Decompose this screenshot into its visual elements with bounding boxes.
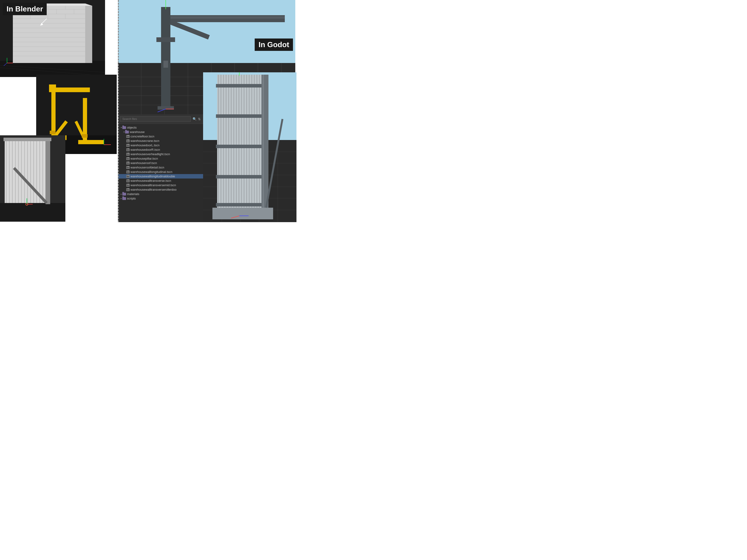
filter-icon[interactable]: ⇅	[198, 117, 201, 121]
blender-corrugated-section	[0, 135, 66, 222]
scene-file-icon	[126, 170, 130, 174]
file-warehousewalltransverserollerdoo[interactable]: warehousewalltransverserollerdoo	[118, 187, 203, 192]
svg-rect-50	[6, 140, 7, 203]
svg-rect-89	[163, 61, 168, 68]
scene-file-icon	[126, 149, 130, 151]
scene-file-icon	[126, 175, 130, 178]
scene-file-icon	[126, 162, 130, 164]
file-warehousedoorL[interactable]: warehousedoorL.tscn	[118, 143, 203, 148]
svg-rect-64	[46, 138, 50, 204]
svg-rect-125	[216, 84, 266, 87]
file-concretefloor[interactable]: concretefloor.tscn	[118, 134, 203, 139]
file-warehousewalllongitudinaldouble[interactable]: warehousewalllongitudinaldouble	[118, 174, 203, 179]
svg-rect-44	[82, 134, 87, 138]
svg-rect-84	[161, 7, 171, 110]
svg-rect-128	[216, 175, 266, 179]
svg-rect-62	[42, 140, 43, 203]
chevron-down-icon-warehouse: ▾	[124, 131, 125, 133]
search-icons: 🔍 ⇅	[192, 117, 201, 121]
svg-rect-65	[3, 138, 51, 141]
scene-file-icon	[126, 153, 130, 156]
blender-corrugated-svg	[0, 135, 66, 222]
chevron-down-icon: ▾	[121, 126, 122, 129]
file-warehousedoorR[interactable]: warehousedoorR.tscn	[118, 148, 203, 152]
folder-icon-materials	[122, 193, 126, 195]
file-browser: 🔍 ⇅ ▾ objects ▾ warehouse	[118, 114, 203, 222]
file-tree: ▾ objects ▾ warehouse concretefloor.tscn	[118, 124, 203, 222]
godot-label: In Godot	[255, 38, 293, 51]
folder-materials[interactable]: ▸ materials	[118, 192, 203, 196]
scene-file-icon	[126, 157, 130, 160]
file-warehousecrane[interactable]: warehousecrane.tscn	[118, 139, 203, 143]
folder-scripts[interactable]: ▸ scripts	[118, 196, 203, 201]
folder-icon-scripts	[122, 197, 126, 200]
search-icon[interactable]: 🔍	[192, 117, 197, 121]
scene-file-icon	[126, 166, 130, 169]
svg-rect-48	[0, 203, 66, 222]
chevron-right-icon-materials: ▸	[121, 193, 122, 195]
svg-rect-127	[216, 145, 266, 148]
scene-file-icon	[126, 144, 130, 147]
svg-rect-51	[9, 140, 10, 203]
folder-warehouse[interactable]: ▾ warehouse	[118, 130, 203, 134]
godot-wall-svg	[203, 72, 297, 222]
folder-scripts-label: scripts	[127, 197, 136, 200]
svg-rect-39	[78, 140, 104, 144]
folder-icon	[122, 126, 126, 129]
folder-icon-warehouse	[125, 131, 129, 133]
chevron-right-icon-scripts: ▸	[121, 197, 122, 200]
godot-wall-section	[203, 72, 297, 222]
file-warehouseroofdetail[interactable]: warehouseroofdetail.tscn	[118, 165, 203, 170]
scene-file-icon	[126, 184, 130, 187]
svg-rect-57	[27, 140, 28, 203]
scene-file-icon	[126, 139, 130, 142]
svg-rect-131	[263, 75, 264, 219]
svg-marker-26	[85, 3, 92, 63]
file-browser-search-bar: 🔍 ⇅	[118, 114, 203, 124]
svg-rect-59	[33, 140, 34, 203]
search-input[interactable]	[120, 116, 191, 122]
folder-materials-label: materials	[127, 192, 139, 196]
file-warehousepillar[interactable]: warehousepillar.tscn	[118, 156, 203, 161]
folder-objects[interactable]: ▾ objects	[118, 125, 203, 130]
svg-rect-36	[83, 98, 87, 140]
scene-file-icon	[126, 135, 130, 138]
file-warehousewalltransversemid[interactable]: warehousewalltransversemid.tscn	[118, 183, 203, 187]
scene-file-icon	[126, 188, 130, 191]
svg-rect-86	[171, 16, 285, 19]
right-panel: In Godot 🔍 ⇅ ▾ objects ▾	[118, 0, 297, 222]
file-warehousewalltransverse[interactable]: warehousewalltransverse.tscn	[118, 179, 203, 183]
svg-rect-52	[12, 140, 13, 203]
folder-warehouse-label: warehouse	[130, 130, 145, 134]
svg-rect-88	[156, 37, 175, 42]
main-container: In Blender	[0, 0, 297, 222]
blender-label: In Blender	[3, 3, 47, 15]
folder-objects-label: objects	[127, 126, 136, 129]
file-warehouseoverheadlight[interactable]: warehouseoverheadlight.tscn	[118, 152, 203, 156]
svg-rect-42	[49, 84, 56, 89]
svg-rect-58	[30, 140, 31, 203]
svg-rect-126	[216, 114, 266, 118]
panel-divider	[118, 0, 119, 222]
svg-rect-70	[118, 0, 295, 63]
svg-rect-43	[50, 131, 56, 134]
svg-rect-56	[24, 140, 25, 203]
svg-rect-49	[5, 140, 47, 203]
svg-rect-55	[21, 140, 22, 203]
svg-rect-129	[216, 203, 266, 207]
scene-file-icon	[126, 180, 130, 182]
left-panel: In Blender	[0, 0, 118, 222]
file-warehouseroof[interactable]: warehouseroof.tscn	[118, 161, 203, 165]
file-warehousewalllongitudinal[interactable]: warehousewalllongitudinal.tscn	[118, 170, 203, 174]
svg-rect-132	[212, 208, 273, 219]
